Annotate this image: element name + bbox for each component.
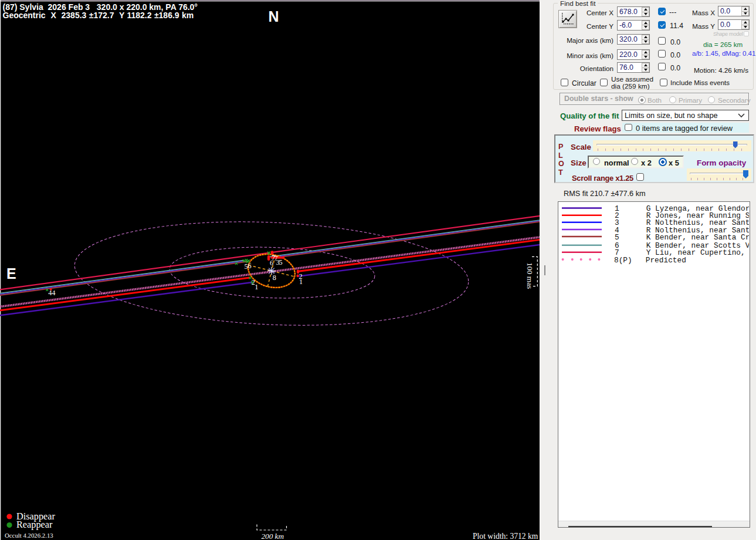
svg-text:44: 44 bbox=[48, 289, 55, 297]
svg-text:6: 6 bbox=[270, 259, 273, 267]
svg-text:N: N bbox=[269, 8, 279, 25]
svg-text:Plot width: 3712 km: Plot width: 3712 km bbox=[473, 532, 538, 540]
svg-text:1: 1 bbox=[255, 283, 258, 291]
svg-text:Reappear: Reappear bbox=[16, 519, 53, 530]
svg-text:200 km: 200 km bbox=[262, 532, 284, 540]
svg-text:8: 8 bbox=[273, 274, 276, 282]
svg-text:5 K Bender, near Santa Cr: 5 K Bender, near Santa Cruz CA bbox=[615, 232, 749, 241]
svg-text:1: 1 bbox=[299, 278, 303, 286]
svg-text:Geocentric X 2385.3 ±172.7: Geocentric X 2385.3 ±172.7 Y 1182.2 ±186… bbox=[3, 11, 194, 20]
svg-text:8(P) Predicted: 8(P) Predicted bbox=[614, 255, 686, 264]
svg-text:E: E bbox=[6, 265, 16, 282]
svg-text:5: 5 bbox=[279, 258, 283, 266]
svg-text:100 mas: 100 mas bbox=[526, 262, 534, 289]
svg-text:6: 6 bbox=[248, 262, 252, 270]
svg-text:Occult 4.2026.2.13: Occult 4.2026.2.13 bbox=[5, 532, 53, 539]
